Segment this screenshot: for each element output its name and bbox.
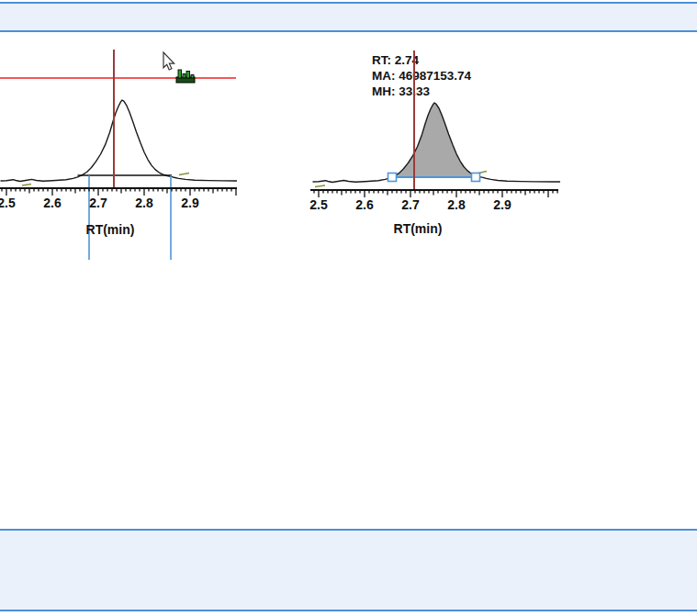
axis-tick-label: 2.6 bbox=[43, 196, 62, 210]
x-axis-title: RT(min) bbox=[394, 221, 443, 236]
peak-annotation-line: RT: 2.74 bbox=[372, 53, 420, 67]
axis-tick-label: 2.9 bbox=[181, 196, 199, 210]
axis-tick-label: 2.7 bbox=[89, 196, 107, 210]
chromatogram-right-svg[interactable]: RT: 2.74MA: 46987153.74MH: 33.332.52.62.… bbox=[303, 37, 560, 239]
x-axis-title: RT(min) bbox=[86, 222, 135, 237]
axis-tick-label: 2.5 bbox=[309, 197, 328, 212]
mini-histogram-bar bbox=[186, 72, 190, 79]
chromatogram-panel-right[interactable]: RT: 2.74MA: 46987153.74MH: 33.332.52.62.… bbox=[303, 37, 560, 239]
chromatogram-panel-left[interactable]: 2.52.62.72.82.9RT(min) bbox=[0, 37, 237, 266]
noise-mark-left bbox=[22, 185, 31, 186]
axis-tick-label: 2.6 bbox=[355, 197, 374, 212]
axis-tick-label: 2.5 bbox=[0, 196, 16, 210]
baseline-handle-left[interactable] bbox=[388, 174, 397, 182]
bottom-banner bbox=[0, 529, 697, 611]
axis-tick-label: 2.7 bbox=[401, 197, 420, 212]
noise-mark-right bbox=[179, 174, 189, 175]
integrated-peak-fill bbox=[392, 103, 478, 177]
baseline-handle-right[interactable] bbox=[472, 174, 480, 182]
mini-histogram-bar bbox=[191, 75, 194, 79]
chromatogram-left-svg[interactable]: 2.52.62.72.82.9RT(min) bbox=[0, 37, 237, 266]
chromatogram-trace bbox=[1, 100, 238, 182]
peak-annotation-line: MA: 46987153.74 bbox=[372, 69, 472, 83]
axis-tick-label: 2.9 bbox=[493, 197, 512, 212]
top-banner bbox=[0, 2, 697, 32]
axis-tick-label: 2.8 bbox=[447, 197, 466, 212]
axis-tick-label: 2.8 bbox=[135, 196, 153, 210]
mini-histogram-bar bbox=[183, 74, 185, 79]
arrow-cursor-icon[interactable] bbox=[163, 52, 174, 70]
noise-mark-left bbox=[315, 185, 325, 187]
mini-histogram-bar bbox=[178, 70, 182, 78]
peak-annotation-line: MH: 33.33 bbox=[372, 84, 431, 98]
